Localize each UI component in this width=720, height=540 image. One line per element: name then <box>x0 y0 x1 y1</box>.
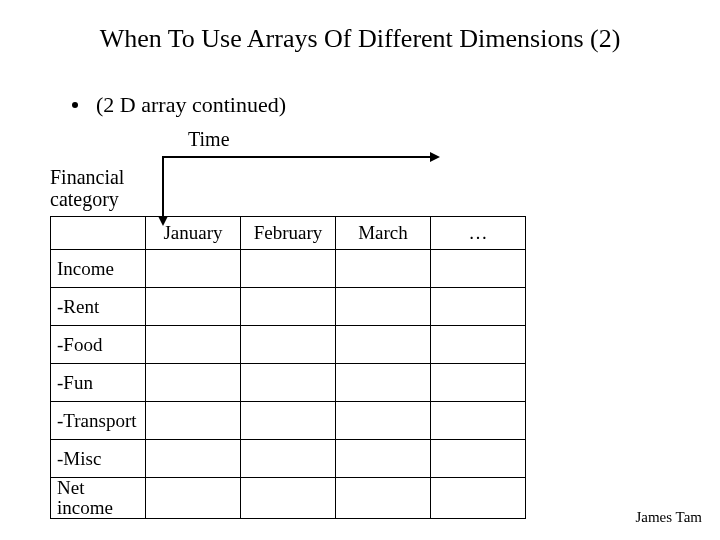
page-title: When To Use Arrays Of Different Dimensio… <box>0 0 720 54</box>
bullet-text: (2 D array continued) <box>96 92 286 118</box>
table-cell <box>241 478 336 519</box>
table-cell <box>146 288 241 326</box>
data-table: January February March … Income -Rent -F… <box>50 216 526 519</box>
table-row: Net income <box>51 478 526 519</box>
table-row: -Transport <box>51 402 526 440</box>
table-cell <box>431 326 526 364</box>
table-row-header: -Rent <box>51 288 146 326</box>
table-row-header: -Food <box>51 326 146 364</box>
table-row: Income <box>51 250 526 288</box>
table-cell <box>146 478 241 519</box>
table-cell <box>146 440 241 478</box>
table-cell <box>241 250 336 288</box>
table-cell <box>336 364 431 402</box>
table-cell <box>241 326 336 364</box>
arrow-right-icon <box>162 156 430 158</box>
table-cell <box>146 364 241 402</box>
table-cell <box>146 326 241 364</box>
arrow-down-icon <box>162 156 164 216</box>
table-row: -Misc <box>51 440 526 478</box>
table-cell <box>431 440 526 478</box>
table-cell <box>336 440 431 478</box>
table-corner-cell <box>51 217 146 250</box>
table-row: -Fun <box>51 364 526 402</box>
table-row-header: Income <box>51 250 146 288</box>
footer-author: James Tam <box>635 509 702 526</box>
bullet-item: (2 D array continued) <box>72 92 720 118</box>
table-cell <box>336 288 431 326</box>
axis-vertical-label-line2: category <box>50 188 119 210</box>
table-cell <box>431 364 526 402</box>
table-cell <box>241 288 336 326</box>
table-cell <box>241 440 336 478</box>
table-cell <box>146 250 241 288</box>
table-col-header: … <box>431 217 526 250</box>
table-cell <box>241 364 336 402</box>
axis-vertical-label: Financial category <box>50 166 124 210</box>
table-row: -Food <box>51 326 526 364</box>
table-cell <box>336 478 431 519</box>
table-header-row: January February March … <box>51 217 526 250</box>
table-row-header: -Fun <box>51 364 146 402</box>
slide: When To Use Arrays Of Different Dimensio… <box>0 0 720 540</box>
bullet-dot-icon <box>72 102 78 108</box>
axis-vertical-label-line1: Financial <box>50 166 124 188</box>
table-cell <box>431 478 526 519</box>
table-cell <box>336 402 431 440</box>
table-cell <box>336 326 431 364</box>
table-col-header: February <box>241 217 336 250</box>
axis-diagram: Time Financial category <box>50 126 720 206</box>
table-cell <box>241 402 336 440</box>
axis-horizontal-label: Time <box>188 128 230 151</box>
table-row-header: -Misc <box>51 440 146 478</box>
table-cell <box>431 250 526 288</box>
table-row: -Rent <box>51 288 526 326</box>
table-row-header: Net income <box>51 478 146 519</box>
table-row-header: -Transport <box>51 402 146 440</box>
table-cell <box>146 402 241 440</box>
table-col-header: March <box>336 217 431 250</box>
table-cell <box>336 250 431 288</box>
table-cell <box>431 402 526 440</box>
table-cell <box>431 288 526 326</box>
